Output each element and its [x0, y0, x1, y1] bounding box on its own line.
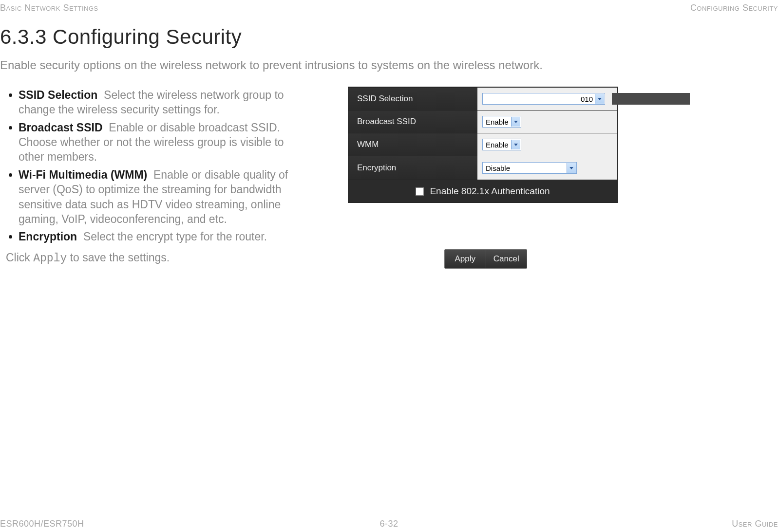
wmm-select[interactable]: Enable — [482, 139, 521, 150]
row-encryption: Encryption Disable — [348, 156, 617, 180]
dropdown-button[interactable] — [511, 140, 520, 149]
apply-note: Click Apply to save the settings. — [6, 251, 308, 265]
apply-cancel-button-group: Apply Cancel — [444, 249, 527, 269]
term-ssid-selection: SSID Selection — [19, 89, 97, 101]
term-encryption: Encryption — [19, 230, 77, 243]
list-item: Broadcast SSID Enable or disable broadca… — [6, 120, 308, 165]
wmm-value: Enable — [486, 141, 509, 149]
row-ssid-selection: SSID Selection placeholder 010 — [348, 87, 617, 110]
apply-note-code: Apply — [33, 252, 67, 265]
section-intro: Enable security options on the wireless … — [0, 58, 543, 72]
chevron-down-icon — [569, 167, 573, 169]
control-wmm: Enable — [477, 133, 617, 156]
ssid-selection-visible-suffix: 010 — [581, 95, 593, 103]
row-broadcast-ssid: Broadcast SSID Enable — [348, 110, 617, 133]
enable-8021x-checkbox[interactable]: Enable 802.1x Authentication — [416, 186, 550, 197]
security-settings-panel: SSID Selection placeholder 010 Broadcast… — [348, 87, 618, 203]
chevron-down-icon — [514, 144, 518, 146]
header-right: Configuring Security — [690, 3, 778, 13]
checkbox-icon — [416, 187, 424, 196]
section-title: 6.3.3 Configuring Security — [0, 25, 242, 49]
ssid-selection-select[interactable]: placeholder 010 — [482, 93, 605, 105]
footer-right: User Guide — [732, 519, 778, 529]
row-wmm: WMM Enable — [348, 133, 617, 156]
dropdown-button[interactable] — [511, 117, 520, 127]
term-wmm: Wi-Fi Multimedia (WMM) — [19, 168, 147, 181]
apply-note-post: to save the settings. — [67, 251, 170, 264]
redacted-ssid-overlay — [612, 93, 690, 105]
term-broadcast-ssid: Broadcast SSID — [19, 121, 103, 134]
control-broadcast-ssid: Enable — [477, 110, 617, 133]
list-item: Wi-Fi Multimedia (WMM) Enable or disable… — [6, 167, 308, 226]
apply-note-pre: Click — [6, 251, 33, 264]
encryption-select[interactable]: Disable — [482, 162, 577, 174]
apply-button[interactable]: Apply — [445, 250, 486, 268]
dropdown-button[interactable] — [595, 94, 604, 104]
dropdown-button[interactable] — [567, 163, 576, 173]
label-broadcast-ssid: Broadcast SSID — [348, 117, 477, 127]
encryption-value: Disable — [486, 164, 510, 172]
chevron-down-icon — [598, 98, 602, 100]
label-encryption: Encryption — [348, 163, 477, 173]
footer-center: 6-32 — [380, 519, 398, 529]
list-item: Encryption Select the encrypt type for t… — [6, 229, 308, 244]
header-left: Basic Network Settings — [0, 3, 98, 13]
enable-8021x-label: Enable 802.1x Authentication — [430, 186, 550, 197]
broadcast-ssid-value: Enable — [486, 118, 509, 126]
chevron-down-icon — [514, 121, 518, 123]
label-wmm: WMM — [348, 140, 477, 149]
broadcast-ssid-select[interactable]: Enable — [482, 116, 521, 128]
row-8021x-auth: Enable 802.1x Authentication — [348, 180, 617, 202]
term-text: Select the encrypt type for the router. — [83, 230, 267, 243]
label-ssid-selection: SSID Selection — [348, 94, 477, 104]
list-item: SSID Selection Select the wireless netwo… — [6, 88, 308, 117]
control-encryption: Disable — [477, 156, 617, 180]
control-ssid-selection: placeholder 010 — [477, 88, 617, 110]
definition-list: SSID Selection Select the wireless netwo… — [6, 88, 308, 244]
footer-left: ESR600H/ESR750H — [0, 519, 84, 529]
cancel-button[interactable]: Cancel — [486, 250, 527, 268]
